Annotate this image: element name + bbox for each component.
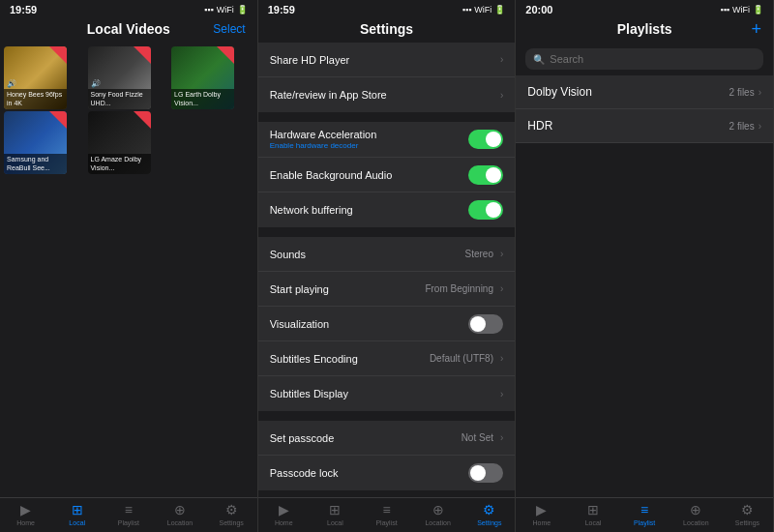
visualization-label: Visualization <box>270 318 469 330</box>
status-time-2: 19:59 <box>268 4 295 15</box>
new-badge-1 <box>49 46 67 64</box>
bg-audio-label: Enable Background Audio <box>270 169 469 181</box>
settings-row-set-passcode[interactable]: Set passcode Not Set › <box>258 421 516 456</box>
settings-section-4: Set passcode Not Set › Passcode lock <box>258 421 516 490</box>
tab-label-local-3: Local <box>585 519 602 526</box>
local-icon-2: ⊞ <box>329 502 341 517</box>
video-label-1: Honey Bees 96fps in 4K <box>4 89 67 109</box>
hardware-toggle[interactable] <box>468 130 503 149</box>
tab-playlist-1[interactable]: ≡ Playlist <box>103 502 154 526</box>
set-passcode-label: Set passcode <box>270 432 461 444</box>
signal-icon-2: ▪▪▪ <box>462 5 472 15</box>
settings-row-sounds[interactable]: Sounds Stereo › <box>258 237 516 272</box>
playlist-item-hdr[interactable]: HDR 2 files › <box>516 109 773 143</box>
settings-row-start-playing[interactable]: Start playing From Beginning › <box>258 272 516 307</box>
battery-icon: 🔋 <box>237 5 248 15</box>
settings-row-visualization: Visualization <box>258 307 516 341</box>
signal-icon: ▪▪▪ <box>204 5 214 15</box>
tab-playlist-2[interactable]: ≡ Playlist <box>361 502 412 526</box>
tab-label-settings-2: Settings <box>477 519 501 526</box>
tab-label-playlist-2: Playlist <box>375 519 397 526</box>
home-icon-3: ▶ <box>536 502 547 517</box>
tab-label-home-1: Home <box>16 519 35 526</box>
playlist-icon-1: ≡ <box>125 502 133 517</box>
video-item-3[interactable]: LG Earth Dolby Vision... <box>171 46 234 109</box>
panel-playlists: 20:00 ▪▪▪ WiFi 🔋 Playlists + 🔍 Dolby Vis… <box>516 0 774 532</box>
search-icon: 🔍 <box>533 54 545 65</box>
settings-icon-1: ⚙ <box>225 502 238 517</box>
passcode-lock-toggle[interactable] <box>468 463 503 483</box>
dolby-vision-chevron: › <box>759 87 761 98</box>
tab-settings-3[interactable]: ⚙ Settings <box>722 502 773 526</box>
panel-settings: 19:59 ▪▪▪ WiFi 🔋 Settings Share HD Playe… <box>258 0 517 532</box>
dolby-vision-count: 2 files <box>729 87 755 98</box>
tab-settings-1[interactable]: ⚙ Settings <box>206 502 257 526</box>
signal-icon-3: ▪▪▪ <box>720 5 729 15</box>
hdr-count: 2 files <box>729 121 755 132</box>
settings-row-passcode-lock: Passcode lock <box>258 456 516 490</box>
tab-label-playlist-1: Playlist <box>118 519 139 526</box>
panel2-header: Settings <box>258 17 516 43</box>
visualization-toggle[interactable] <box>468 314 503 334</box>
settings-row-network: Network buffering <box>258 192 516 227</box>
video-item-4[interactable]: Samsung and ReaBull See... <box>4 111 67 174</box>
location-icon-2: ⊕ <box>432 502 444 517</box>
local-icon-1: ⊞ <box>72 502 83 517</box>
dolby-vision-right: 2 files › <box>729 87 761 98</box>
tab-bar-1: ▶ Home ⊞ Local ≡ Playlist ⊕ Location ⚙ S… <box>0 497 257 532</box>
settings-row-share-hd[interactable]: Share HD Player › <box>258 43 516 77</box>
tab-location-2[interactable]: ⊕ Location <box>412 502 463 526</box>
panel3-content: 🔍 Dolby Vision 2 files › HDR 2 files › <box>516 43 773 497</box>
status-icons-1: ▪▪▪ WiFi 🔋 <box>204 5 248 15</box>
home-icon-2: ▶ <box>279 502 289 517</box>
hardware-sublabel: Enable hardware decoder <box>270 141 377 150</box>
tab-local-1[interactable]: ⊞ Local <box>51 502 103 526</box>
tab-home-3[interactable]: ▶ Home <box>516 502 567 526</box>
settings-row-subtitles-display[interactable]: Subtitles Display › <box>258 376 516 411</box>
tab-settings-2[interactable]: ⚙ Settings <box>463 502 515 526</box>
hardware-label: Hardware Acceleration <box>270 129 377 140</box>
subtitles-enc-chevron: › <box>500 353 503 364</box>
tab-home-1[interactable]: ▶ Home <box>0 502 51 526</box>
video-item-1[interactable]: Honey Bees 96fps in 4K 🔊 <box>4 46 67 109</box>
bg-audio-toggle[interactable] <box>468 165 503 185</box>
settings-list: Share HD Player › Rate/review in App Sto… <box>258 43 516 497</box>
playlist-icon-3: ≡ <box>640 502 648 517</box>
start-playing-value: From Beginning <box>425 283 493 294</box>
panel1-header: Local Videos Select <box>0 17 257 43</box>
tab-bar-3: ▶ Home ⊞ Local ≡ Playlist ⊕ Location ⚙ S… <box>516 497 773 532</box>
panel2-title: Settings <box>360 21 413 37</box>
tab-location-1[interactable]: ⊕ Location <box>154 502 205 526</box>
audio-icon-2: 🔊 <box>91 79 101 88</box>
tab-label-local-1: Local <box>69 519 85 526</box>
tab-local-2[interactable]: ⊞ Local <box>310 502 361 526</box>
add-playlist-button[interactable]: + <box>752 19 762 40</box>
tab-label-settings-1: Settings <box>219 519 243 526</box>
video-item-5[interactable]: LG Amaze Dolby Vision... <box>88 111 151 174</box>
tab-label-local-2: Local <box>327 519 343 526</box>
battery-icon-3: 🔋 <box>753 5 763 15</box>
settings-section-3: Sounds Stereo › Start playing From Begin… <box>258 237 516 411</box>
network-toggle[interactable] <box>468 200 503 220</box>
panel3-header: Playlists + <box>516 17 773 43</box>
select-button[interactable]: Select <box>213 22 245 36</box>
tab-home-2[interactable]: ▶ Home <box>258 502 310 526</box>
tab-playlist-3[interactable]: ≡ Playlist <box>619 502 670 526</box>
search-input[interactable] <box>550 53 756 65</box>
status-icons-2: ▪▪▪ WiFi 🔋 <box>462 5 506 15</box>
set-passcode-value: Not Set <box>461 432 493 443</box>
wifi-icon: WiFi <box>217 5 234 15</box>
tab-location-3[interactable]: ⊕ Location <box>670 502 722 526</box>
video-item-2[interactable]: Sony Food Fizzle UHD... 🔊 <box>88 46 151 109</box>
settings-row-rate[interactable]: Rate/review in App Store › <box>258 77 516 112</box>
tab-local-3[interactable]: ⊞ Local <box>567 502 618 526</box>
settings-row-subtitles-enc[interactable]: Subtitles Encoding Default (UTF8) › <box>258 341 516 376</box>
subtitles-display-chevron: › <box>500 389 503 399</box>
wifi-icon-2: WiFi <box>474 5 491 15</box>
tab-label-location-1: Location <box>167 519 193 526</box>
tab-label-settings-3: Settings <box>735 519 759 526</box>
hdr-chevron: › <box>759 121 761 132</box>
playlist-item-dolby[interactable]: Dolby Vision 2 files › <box>516 75 773 109</box>
tab-label-playlist-3: Playlist <box>634 519 655 526</box>
passcode-lock-label: Passcode lock <box>270 467 469 479</box>
